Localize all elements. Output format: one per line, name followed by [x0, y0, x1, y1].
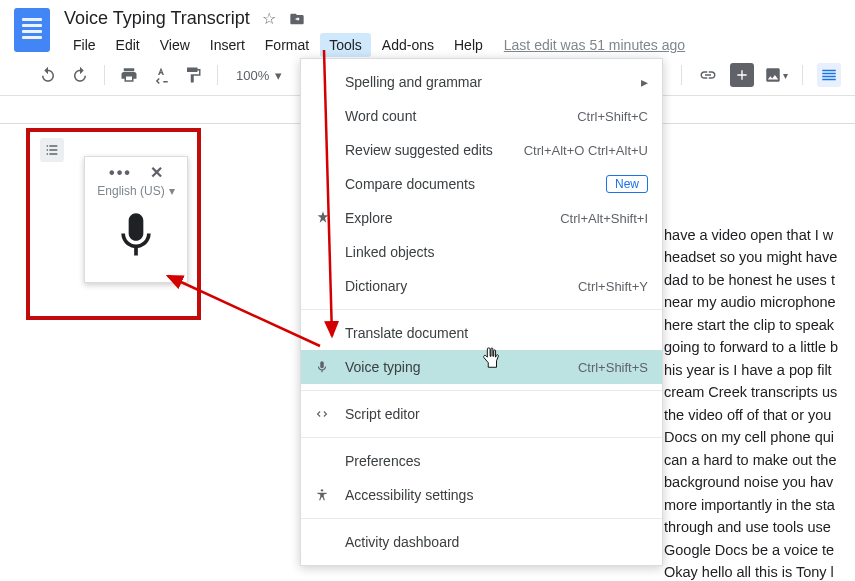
svg-point-0	[321, 489, 323, 491]
menu-file[interactable]: File	[64, 33, 105, 57]
close-icon[interactable]: ✕	[150, 163, 163, 182]
menu-translate[interactable]: Translate document	[301, 316, 662, 350]
document-title[interactable]: Voice Typing Transcript	[64, 8, 250, 29]
star-icon[interactable]: ☆	[262, 9, 276, 28]
insert-image-button[interactable]: ▾	[764, 63, 788, 87]
chevron-down-icon: ▾	[169, 184, 175, 198]
script-icon	[315, 407, 329, 421]
microphone-icon	[315, 360, 329, 374]
menu-preferences[interactable]: Preferences	[301, 444, 662, 478]
menu-dictionary[interactable]: Dictionary Ctrl+Shift+Y	[301, 269, 662, 303]
redo-button[interactable]	[68, 63, 92, 87]
menu-addons[interactable]: Add-ons	[373, 33, 443, 57]
menu-compare-documents[interactable]: Compare documents New	[301, 167, 662, 201]
tools-dropdown: Spelling and grammar ▸ Word count Ctrl+S…	[300, 58, 663, 566]
language-select[interactable]: English (US)▾	[85, 184, 187, 204]
menu-linked-objects[interactable]: Linked objects	[301, 235, 662, 269]
annotation-red-box: ••• ✕ English (US)▾	[26, 128, 201, 320]
menu-spelling-grammar[interactable]: Spelling and grammar ▸	[301, 65, 662, 99]
spellcheck-button[interactable]	[149, 63, 173, 87]
menu-accessibility[interactable]: Accessibility settings	[301, 478, 662, 512]
menu-bar: File Edit View Insert Format Tools Add-o…	[64, 33, 685, 57]
zoom-select[interactable]: 100%▾	[230, 68, 288, 83]
menu-activity-dashboard[interactable]: Activity dashboard	[301, 525, 662, 559]
document-body-text[interactable]: have a video open that I w headset so yo…	[664, 224, 855, 581]
menu-divider	[301, 309, 662, 310]
menu-view[interactable]: View	[151, 33, 199, 57]
accessibility-icon	[315, 488, 329, 502]
menu-tools[interactable]: Tools	[320, 33, 371, 57]
menu-voice-typing[interactable]: Voice typing Ctrl+Shift+S	[301, 350, 662, 384]
menu-divider	[301, 518, 662, 519]
move-folder-icon[interactable]	[288, 11, 306, 27]
docs-app-icon[interactable]	[14, 8, 50, 52]
explore-icon	[315, 210, 331, 226]
new-badge: New	[606, 175, 648, 193]
menu-script-editor[interactable]: Script editor	[301, 397, 662, 431]
microphone-button[interactable]	[85, 204, 187, 282]
menu-explore[interactable]: Explore Ctrl+Alt+Shift+I	[301, 201, 662, 235]
align-button[interactable]	[817, 63, 841, 87]
print-button[interactable]	[117, 63, 141, 87]
menu-help[interactable]: Help	[445, 33, 492, 57]
menu-divider	[301, 390, 662, 391]
paint-format-button[interactable]	[181, 63, 205, 87]
voice-typing-panel[interactable]: ••• ✕ English (US)▾	[84, 156, 188, 283]
insert-comment-button[interactable]	[730, 63, 754, 87]
undo-button[interactable]	[36, 63, 60, 87]
chevron-right-icon: ▸	[641, 74, 648, 90]
menu-word-count[interactable]: Word count Ctrl+Shift+C	[301, 99, 662, 133]
menu-review-edits[interactable]: Review suggested edits Ctrl+Alt+O Ctrl+A…	[301, 133, 662, 167]
document-outline-button[interactable]	[40, 138, 64, 162]
last-edit-link[interactable]: Last edit was 51 minutes ago	[504, 37, 685, 53]
menu-divider	[301, 437, 662, 438]
menu-format[interactable]: Format	[256, 33, 318, 57]
menu-insert[interactable]: Insert	[201, 33, 254, 57]
more-icon[interactable]: •••	[109, 164, 132, 182]
insert-link-button[interactable]	[696, 63, 720, 87]
menu-edit[interactable]: Edit	[107, 33, 149, 57]
